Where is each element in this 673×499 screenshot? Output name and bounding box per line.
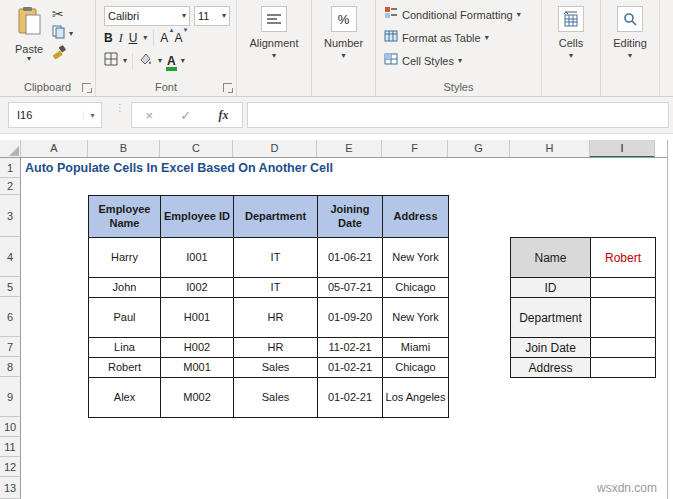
font-name-dropdown-arrow[interactable]: ▾ [182,12,186,20]
table-cell[interactable]: H002 [161,338,234,358]
table-cell[interactable]: Sales [234,358,318,378]
table-cell[interactable]: M002 [161,378,234,418]
font-size-dropdown-arrow[interactable]: ▾ [222,12,226,20]
font-size-combobox[interactable]: 11 ▾ [194,6,230,26]
table-cell[interactable]: H001 [161,298,234,338]
table-cell[interactable]: I001 [161,238,234,278]
table-cell[interactable]: HR [234,298,318,338]
copy-dropdown-arrow[interactable]: ▾ [69,30,73,38]
row-header-9[interactable]: 9 [0,377,21,417]
lookup-label-id[interactable]: ID [511,278,591,298]
column-header-d[interactable]: D [233,140,317,158]
font-color-dropdown-arrow[interactable]: ▾ [181,57,185,65]
row-header-1[interactable]: 1 [0,158,21,178]
cells-dropdown-arrow[interactable]: ▾ [569,52,573,60]
table-cell[interactable]: 01-06-21 [318,238,383,278]
column-header-a[interactable]: A [21,140,88,158]
row-header-7[interactable]: 7 [0,337,21,357]
row-header-12[interactable]: 12 [0,457,21,477]
table-cell[interactable]: 01-02-21 [318,358,383,378]
conditional-formatting-button[interactable]: Conditional Formatting ▾ [384,6,521,24]
column-header-e[interactable]: E [317,140,382,158]
column-header-h[interactable]: H [510,140,590,158]
lookup-value-department[interactable] [591,298,656,338]
underline-button[interactable]: U [129,31,138,45]
italic-button[interactable]: I [119,31,123,46]
fill-color-dropdown-arrow[interactable]: ▾ [158,57,162,65]
lookup-label-address[interactable]: Address [511,358,591,378]
decrease-font-button[interactable]: A▼ [174,31,182,45]
formula-input[interactable] [247,102,669,128]
alignment-button[interactable]: Alignment ▾ [237,6,311,60]
row-header-10[interactable]: 10 [0,417,21,437]
column-header-g[interactable]: G [448,140,510,158]
table-cell[interactable]: Chicago [383,358,449,378]
editing-dropdown-arrow[interactable]: ▾ [628,52,632,60]
name-box[interactable]: I16 ▾ [8,102,102,128]
column-header-f[interactable]: F [382,140,448,158]
column-header-i-selected[interactable]: I [590,140,655,158]
row-header-13[interactable]: 13 [0,477,21,499]
lookup-value-id[interactable] [591,278,656,298]
employee-table-header[interactable]: Joining Date [318,196,383,238]
table-cell[interactable]: Miami [383,338,449,358]
copy-button[interactable]: ▾ [52,26,92,42]
table-cell[interactable]: Alex [89,378,161,418]
clipboard-dialog-launcher[interactable] [82,83,91,92]
lookup-value-join-date[interactable] [591,338,656,358]
font-name-combobox[interactable]: Calibri ▾ [104,6,190,26]
paste-button[interactable]: Paste ▾ [10,6,48,72]
row-header-5[interactable]: 5 [0,277,21,297]
insert-function-button[interactable]: fx [218,108,228,123]
table-cell[interactable]: HR [234,338,318,358]
row-header-8[interactable]: 8 [0,357,21,377]
table-cell[interactable]: 01-09-20 [318,298,383,338]
format-as-table-button[interactable]: Format as Table ▾ [384,29,489,47]
table-cell[interactable]: New York [383,298,449,338]
borders-dropdown-arrow[interactable]: ▾ [123,57,127,65]
lookup-label-name[interactable]: Name [511,238,591,278]
employee-table-header[interactable]: Employee ID [161,196,234,238]
number-button[interactable]: % Number ▾ [312,6,375,60]
underline-dropdown-arrow[interactable]: ▾ [143,34,147,42]
font-color-button[interactable]: A [167,55,176,67]
table-cell[interactable]: John [89,278,161,298]
sheet-title-cell-a1[interactable]: Auto Populate Cells In Excel Based On An… [25,161,333,175]
table-cell[interactable]: 01-02-21 [318,378,383,418]
column-header-b[interactable]: B [88,140,160,158]
table-cell[interactable]: M001 [161,358,234,378]
number-dropdown-arrow[interactable]: ▾ [341,52,345,60]
fill-color-icon[interactable] [138,52,153,70]
name-box-dropdown-arrow[interactable]: ▾ [83,111,101,120]
table-cell[interactable]: Robert [89,358,161,378]
cancel-button[interactable]: × [146,108,154,123]
cell-styles-button[interactable]: Cell Styles ▾ [384,52,462,70]
select-all-button[interactable] [0,140,21,158]
table-cell[interactable]: Lina [89,338,161,358]
table-cell[interactable]: Sales [234,378,318,418]
table-cell[interactable]: Paul [89,298,161,338]
table-cell[interactable]: Chicago [383,278,449,298]
row-header-3[interactable]: 3 [0,195,21,237]
table-cell[interactable]: IT [234,278,318,298]
lookup-label-department[interactable]: Department [511,298,591,338]
table-cell[interactable]: New York [383,238,449,278]
table-cell[interactable]: Harry [89,238,161,278]
lookup-label-join-date[interactable]: Join Date [511,338,591,358]
alignment-dropdown-arrow[interactable]: ▾ [272,52,276,60]
table-cell[interactable]: Los Angeles [383,378,449,418]
lookup-value-address[interactable] [591,358,656,378]
employee-table-header[interactable]: Address [383,196,449,238]
bold-button[interactable]: B [104,31,113,45]
table-cell[interactable]: 11-02-21 [318,338,383,358]
editing-button[interactable]: Editing ▾ [601,6,659,60]
row-header-2[interactable]: 2 [0,178,21,195]
cut-button[interactable]: ✂ [52,6,92,22]
cells-button[interactable]: Cells ▾ [542,6,600,60]
paste-dropdown-arrow[interactable]: ▾ [27,55,31,63]
row-header-6[interactable]: 6 [0,297,21,337]
row-header-4[interactable]: 4 [0,237,21,277]
font-dialog-launcher[interactable] [223,83,232,92]
table-cell[interactable]: I002 [161,278,234,298]
employee-table-header[interactable]: Employee Name [89,196,161,238]
